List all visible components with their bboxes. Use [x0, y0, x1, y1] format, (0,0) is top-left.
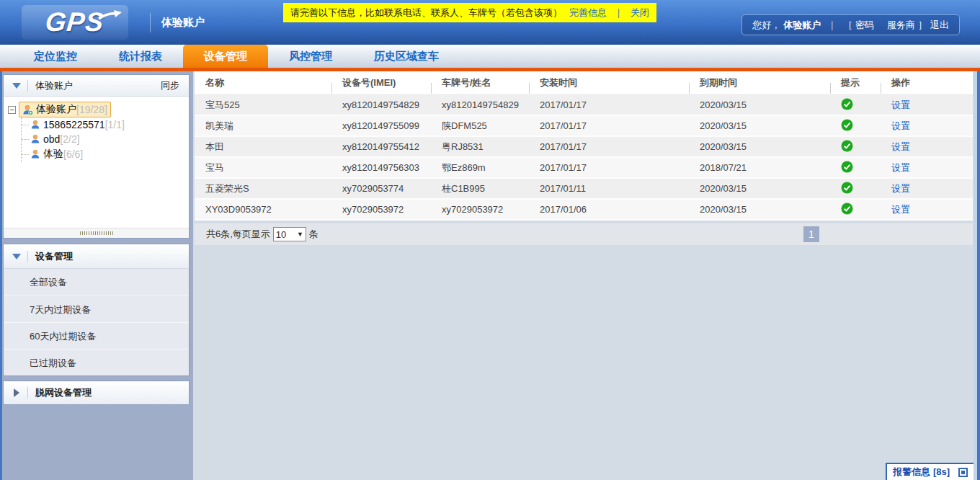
expand-arrow-icon: [14, 388, 19, 397]
tree-collapse-box[interactable]: −: [8, 106, 16, 114]
logout-button[interactable]: 退出: [930, 19, 949, 32]
cell-expire-time: 2020/03/15: [689, 183, 830, 194]
device-panel-header[interactable]: 设备管理: [4, 244, 189, 269]
gps-app-window: GPS 体验账户 请完善以下信息，比如联系电话、联系人、车牌号（若包含该项） 完…: [0, 0, 980, 480]
cell-name: 宝马: [195, 161, 331, 174]
logo-swoosh-arrow-icon: [98, 9, 122, 21]
close-notice-link[interactable]: 关闭: [631, 6, 649, 19]
sidebar-item-expired[interactable]: 已过期设备: [4, 349, 189, 375]
cell-status: [830, 98, 881, 112]
tree-node-15865225571[interactable]: 15865225571[1/1]: [22, 117, 184, 132]
tree-root-label: 体验账户: [36, 103, 76, 116]
tree-panel-title: 体验账户: [35, 79, 73, 92]
cell-name: XY03D9053972: [195, 204, 331, 215]
tab-statistics-report[interactable]: 统计报表: [98, 45, 183, 68]
header-divider: [27, 251, 28, 262]
user-icon: [30, 149, 40, 159]
cell-imei: xy8120149756303: [331, 162, 431, 173]
status-ok-icon: [841, 140, 853, 152]
page-size-select[interactable]: 10 ▼: [273, 227, 306, 241]
tab-device-management[interactable]: 设备管理: [183, 45, 268, 68]
page-size-value: 10: [276, 229, 286, 240]
cell-expire-time: 2020/03/15: [689, 99, 830, 110]
main-nav-tabbar: 定位监控统计报表设备管理风控管理历史区域查车: [0, 45, 980, 68]
sidebar-item-expire-60days[interactable]: 60天内过期设备: [4, 322, 189, 349]
gps-logo-text: GPS: [44, 7, 106, 37]
cell-install-time: 2017/01/17: [529, 99, 689, 110]
table-row: 宝马525 xy8120149754829 xy8120149754829 20…: [195, 95, 973, 116]
pagination-summary: 共6条,每页显示: [206, 228, 270, 241]
column-header: 车牌号/姓名: [431, 76, 529, 89]
tree-panel-resize-handle[interactable]: [4, 228, 189, 238]
column-header: 到期时间: [689, 76, 830, 89]
sidebar-item-all-devices[interactable]: 全部设备: [4, 269, 189, 295]
greeting-text: 您好，: [752, 19, 780, 32]
cell-expire-time: 2020/03/15: [689, 141, 830, 152]
tree-panel-header[interactable]: 体验账户 同步: [4, 75, 189, 97]
complete-info-link[interactable]: 完善信息: [569, 6, 607, 19]
cell-name: 本田: [195, 141, 331, 154]
settings-link[interactable]: 设置: [891, 120, 910, 131]
app-header: GPS 体验账户 请完善以下信息，比如联系电话、联系人、车牌号（若包含该项） 完…: [0, 0, 980, 45]
cell-name: 宝马525: [195, 99, 331, 112]
sync-button[interactable]: 同步: [161, 79, 179, 92]
cell-plate-or-name: 粤RJ8531: [431, 141, 529, 154]
notice-banner: 请完善以下信息，比如联系电话、联系人、车牌号（若包含该项） 完善信息 ｜ 关闭: [283, 3, 656, 22]
column-header: 操作: [881, 76, 973, 89]
header-divider: [27, 387, 28, 399]
settings-link[interactable]: 设置: [891, 141, 910, 152]
collapse-arrow-icon: [12, 254, 21, 259]
settings-link[interactable]: 设置: [891, 99, 910, 110]
column-header: 名称: [195, 76, 331, 89]
account-title: 体验账户: [161, 16, 205, 30]
table-row: 宝马 xy8120149756303 鄂Ez869m 2017/01/17 20…: [195, 158, 973, 179]
cell-expire-time: 2020/03/15: [689, 120, 830, 131]
tab-history-area-search[interactable]: 历史区域查车: [353, 45, 460, 68]
cell-plate-or-name: xy7029053972: [431, 204, 529, 215]
settings-link[interactable]: 设置: [891, 183, 910, 194]
column-header: 安装时间: [529, 76, 689, 89]
offline-panel-header[interactable]: 脱网设备管理: [4, 381, 189, 404]
status-ok-icon: [841, 203, 853, 215]
tab-risk-management[interactable]: 风控管理: [268, 45, 353, 68]
table-row: XY03D9053972 xy7029053972 xy7029053972 2…: [195, 200, 973, 221]
device-table: 名称设备号(IMEI)车牌号/姓名安装时间到期时间提示操作 宝马525 xy81…: [195, 71, 973, 221]
password-button[interactable]: 密码: [855, 19, 874, 32]
sidebar-item-expire-7days[interactable]: 7天内过期设备: [4, 295, 189, 322]
settings-link[interactable]: 设置: [891, 204, 910, 215]
status-ok-icon: [841, 161, 853, 173]
cell-status: [830, 161, 881, 175]
resize-grip-dots-icon: [80, 231, 113, 235]
cell-imei: xy7029053972: [331, 204, 431, 215]
cell-install-time: 2017/01/17: [529, 141, 689, 152]
status-ok-icon: [841, 182, 853, 194]
service-provider-button[interactable]: 服务商: [887, 19, 915, 32]
chevron-down-icon: ▼: [297, 231, 303, 238]
tree-node-tiyan[interactable]: 体验[6/6]: [22, 146, 184, 162]
tree-root-node[interactable]: 体验账户[19/28]: [19, 102, 111, 117]
current-username: 体验账户: [783, 19, 821, 32]
page-number-button[interactable]: 1: [803, 226, 819, 242]
device-management-panel: 设备管理 全部设备7天内过期设备60天内过期设备已过期设备: [3, 244, 190, 376]
sidebar: 体验账户 同步 −: [0, 71, 193, 480]
settings-link[interactable]: 设置: [891, 162, 910, 173]
bracket-open: ［: [843, 19, 852, 32]
tree-node-obd[interactable]: obd[2/2]: [22, 132, 184, 146]
cell-status: [830, 140, 881, 154]
table-row: 五菱荣光S xy7029053774 桂C1B995 2017/01/11 20…: [195, 179, 973, 200]
collapse-arrow-icon: [12, 83, 21, 89]
user-group-icon: [22, 105, 33, 115]
notice-separator: ｜: [614, 6, 623, 19]
offline-panel-title: 脱网设备管理: [35, 386, 92, 399]
device-panel-title: 设备管理: [35, 250, 73, 263]
header-divider: [150, 13, 151, 32]
cell-install-time: 2017/01/06: [529, 204, 689, 215]
cell-expire-time: 2018/07/21: [689, 162, 830, 173]
cell-plate-or-name: 陕DFM525: [431, 120, 529, 133]
window-left-edge: [0, 71, 2, 480]
bracket-close: ］: [918, 19, 927, 32]
restore-window-icon[interactable]: [958, 468, 968, 477]
brand-logo: GPS: [22, 5, 128, 40]
tab-location-monitor[interactable]: 定位监控: [13, 45, 98, 68]
alarm-info-bar[interactable]: 报警信息 [8s]: [886, 463, 974, 480]
